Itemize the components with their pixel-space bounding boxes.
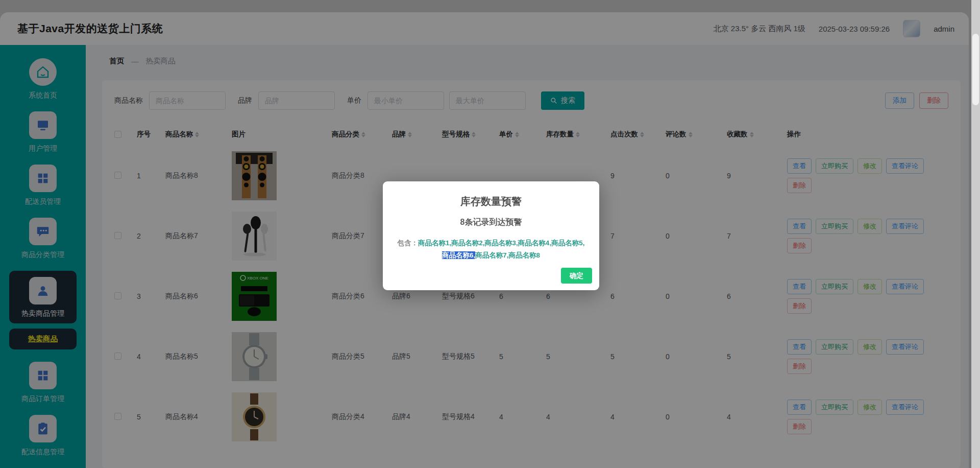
modal-body: 包含：商品名称1,商品名称2,商品名称3,商品名称4,商品名称5, 商品名称6,… (391, 237, 591, 262)
modal-title: 库存数量预警 (391, 195, 591, 208)
scrollbar-thumb[interactable] (972, 34, 979, 105)
modal-subtitle: 8条记录到达预警 (391, 217, 591, 228)
contains-label: 包含： (398, 239, 419, 247)
stock-warning-modal: 库存数量预警 8条记录到达预警 包含：商品名称1,商品名称2,商品名称3,商品名… (383, 181, 599, 290)
page-scrollbar (971, 0, 980, 468)
confirm-button[interactable]: 确定 (561, 268, 592, 284)
highlighted-product-name: 商品名称6, (442, 251, 475, 259)
